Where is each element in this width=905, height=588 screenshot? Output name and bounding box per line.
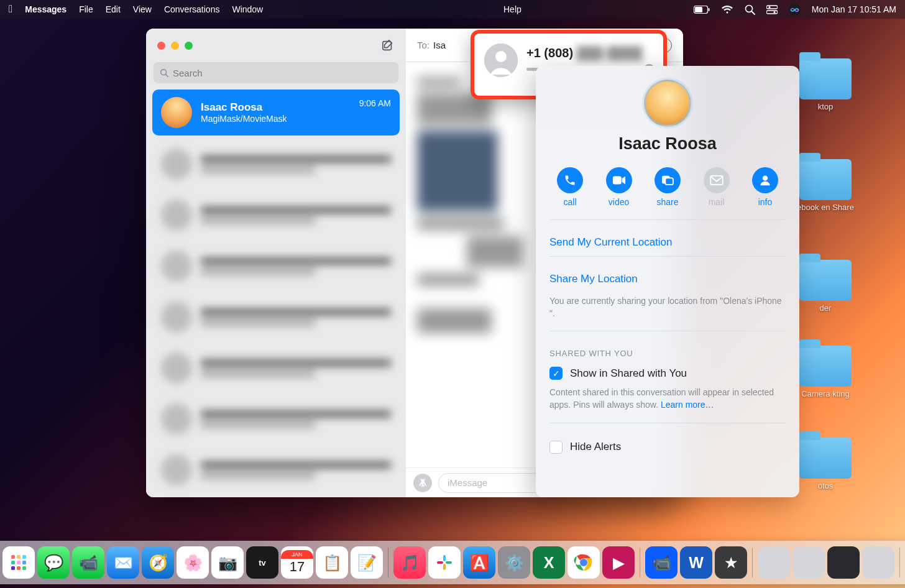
shared-note: Content shared in this conversation will… — [549, 386, 786, 423]
dock-word[interactable]: W — [680, 546, 712, 579]
action-label: info — [746, 197, 784, 207]
phone-icon — [557, 167, 583, 193]
zoom-window-button[interactable] — [185, 42, 193, 50]
svg-point-19 — [763, 176, 768, 181]
hide-alerts-toggle[interactable]: Hide Alerts — [549, 432, 786, 460]
desktop-folder[interactable]: otos — [793, 438, 858, 490]
dock-slack[interactable] — [428, 546, 461, 579]
menu-edit[interactable]: Edit — [106, 4, 121, 14]
svg-point-3 — [745, 5, 752, 12]
svg-line-4 — [751, 11, 755, 14]
folder-label: ebook en Share — [793, 203, 858, 212]
desktop-folder[interactable]: Camera kting — [793, 346, 858, 398]
menu-help[interactable]: Help — [503, 4, 521, 14]
dock-appletv[interactable]: tv — [246, 546, 278, 579]
dock-recent-2[interactable] — [792, 546, 825, 579]
folder-label: der — [793, 303, 858, 313]
dock-photobooth[interactable]: 📷 — [211, 546, 244, 579]
menu-file[interactable]: File — [79, 4, 93, 14]
dock-recent-4[interactable] — [862, 546, 894, 579]
desktop-folder[interactable]: der — [793, 260, 858, 313]
dock-recent-3[interactable] — [827, 546, 860, 579]
contact-info-button[interactable]: info — [746, 167, 784, 207]
dock-recent-1[interactable] — [758, 546, 790, 579]
svg-rect-23 — [11, 561, 15, 564]
apple-menu-icon[interactable]:  — [9, 3, 12, 16]
dock-app-generic[interactable]: ▶ — [602, 546, 635, 579]
clock[interactable]: Mon Jan 17 10:51 AM — [812, 4, 896, 14]
spotlight-icon[interactable] — [745, 4, 755, 15]
dock-settings[interactable]: ⚙️ — [498, 546, 530, 579]
desktop-folder[interactable]: ebook en Share — [793, 159, 858, 212]
checkbox-label: Show in Shared with You — [570, 367, 687, 380]
dock-music[interactable]: 🎵 — [393, 546, 426, 579]
send-location-link[interactable]: Send My Current Location — [549, 229, 786, 256]
share-location-link[interactable]: Share My Location — [549, 265, 786, 293]
checkbox-checked-icon[interactable]: ✓ — [549, 367, 563, 380]
dock-separator — [899, 548, 900, 577]
search-placeholder: Search — [173, 68, 203, 78]
conversation-item[interactable]: Isaac Roosa MagiMask/MovieMask 9:06 AM — [152, 90, 400, 136]
svg-rect-15 — [612, 177, 621, 185]
dock-separator — [752, 548, 753, 577]
dock-safari[interactable]: 🧭 — [142, 546, 174, 579]
dock-calendar[interactable]: JAN17 — [281, 546, 313, 579]
menu-conversations[interactable]: Conversations — [164, 4, 220, 14]
shared-with-you-heading: SHARED WITH YOU — [549, 340, 786, 364]
minimize-window-button[interactable] — [171, 42, 179, 50]
dock-chrome[interactable] — [567, 546, 600, 579]
video-button[interactable]: video — [600, 167, 638, 207]
dock-facetime[interactable]: 📹 — [72, 546, 104, 579]
dock-mail[interactable]: ✉️ — [107, 546, 139, 579]
video-icon — [606, 167, 632, 193]
dock-excel[interactable]: X — [533, 546, 565, 579]
dock-zoom[interactable]: 📹 — [645, 546, 678, 579]
close-window-button[interactable] — [157, 42, 165, 50]
control-center-icon[interactable] — [766, 5, 778, 14]
to-field[interactable]: Isa — [433, 40, 446, 50]
svg-point-14 — [495, 51, 507, 62]
svg-rect-32 — [437, 561, 443, 564]
dock-launchpad[interactable] — [2, 546, 35, 579]
dock-appstore[interactable]: 🅰️ — [463, 546, 495, 579]
conversation-list[interactable]: Isaac Roosa MagiMask/MovieMask 9:06 AM — [146, 90, 406, 497]
svg-rect-28 — [22, 566, 26, 570]
contact-avatar[interactable] — [644, 80, 691, 127]
contact-actions: call video share mail info — [549, 167, 786, 219]
dock-separator — [640, 548, 640, 577]
dock-reminders[interactable]: 📋 — [316, 546, 348, 579]
checkbox-unchecked-icon[interactable] — [549, 441, 563, 454]
dock-notes[interactable]: 📝 — [351, 546, 383, 579]
battery-icon[interactable] — [694, 6, 710, 14]
search-input[interactable]: Search — [154, 62, 398, 83]
window-controls — [157, 42, 193, 50]
help-result-phone: +1 (808) ███-████ — [526, 46, 653, 60]
svg-rect-2 — [708, 8, 709, 11]
dock-messages[interactable]: 💬 — [37, 546, 70, 579]
compose-button[interactable] — [381, 39, 395, 52]
dock-imovie[interactable]: ★ — [715, 546, 747, 579]
conversation-sidebar: Search Isaac Roosa MagiMask/MovieMask 9:… — [146, 29, 406, 497]
svg-rect-29 — [443, 555, 446, 561]
dock-photos[interactable]: 🌸 — [177, 546, 209, 579]
conversation-time: 9:06 AM — [359, 98, 391, 108]
svg-rect-24 — [17, 561, 21, 564]
desktop-folder[interactable]: ktop — [793, 58, 858, 111]
generic-avatar-icon — [484, 44, 518, 77]
search-icon — [160, 68, 169, 78]
message-placeholder: iMessage — [448, 477, 487, 488]
menu-view[interactable]: View — [133, 4, 152, 14]
call-button[interactable]: call — [551, 167, 589, 207]
menu-window[interactable]: Window — [232, 4, 263, 14]
show-shared-toggle[interactable]: ✓ Show in Shared with You — [549, 364, 786, 386]
share-button[interactable]: share — [648, 167, 687, 207]
conversation-preview: MagiMask/MovieMask — [201, 114, 351, 124]
learn-more-link[interactable]: Learn more… — [661, 400, 714, 410]
app-menu[interactable]: Messages — [25, 4, 67, 14]
action-label: call — [551, 197, 589, 207]
svg-line-12 — [166, 74, 168, 76]
siri-icon[interactable] — [789, 4, 801, 16]
wifi-icon[interactable] — [721, 5, 733, 14]
dock: 🙂 💬 📹 ✉️ 🧭 🌸 📷 tv JAN17 📋 📝 🎵 🅰️ ⚙️ X ▶ … — [0, 541, 905, 584]
apps-button[interactable] — [413, 474, 432, 492]
